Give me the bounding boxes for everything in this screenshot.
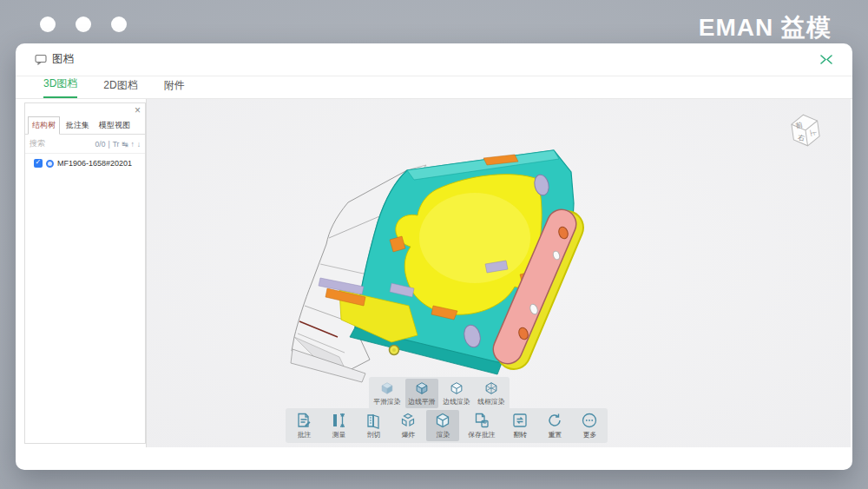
next-arrow-icon[interactable]: ↓	[137, 140, 141, 149]
explode-icon	[399, 412, 417, 429]
view-cube-right-label: 右	[797, 134, 805, 142]
model-screw-hole	[390, 346, 399, 355]
cube-wireframe-icon	[483, 380, 499, 396]
render-mode-edge[interactable]: 边线渲染	[440, 379, 473, 408]
render-icon	[434, 412, 451, 429]
section-button[interactable]: 剖切	[357, 410, 390, 441]
view-cube-top-label: 上	[808, 128, 818, 137]
dot	[111, 17, 127, 32]
more-icon	[581, 412, 598, 429]
section-icon	[365, 412, 382, 429]
viewport-3d[interactable]: 前 右 上	[146, 99, 851, 447]
reset-icon	[546, 412, 563, 429]
panel-tabs: 结构树 批注集 模型视图	[25, 103, 145, 134]
render-button[interactable]: 渲染	[426, 410, 459, 441]
panel-tab-annotation-set[interactable]: 批注集	[62, 117, 93, 134]
title-bar: 图档	[16, 43, 852, 76]
close-icon[interactable]: ×	[135, 104, 141, 116]
tab-2d-docs[interactable]: 2D图档	[103, 78, 137, 98]
whole-word-icon[interactable]: ↹	[122, 140, 128, 149]
explode-button[interactable]: 爆炸	[391, 410, 424, 441]
search-count: 0/0	[95, 140, 106, 149]
dot	[76, 17, 91, 32]
model-3d-mold-insert[interactable]	[287, 135, 617, 383]
dot	[40, 17, 56, 32]
search-input[interactable]: 搜索	[30, 138, 45, 149]
flip-button[interactable]: 翻转	[503, 410, 536, 441]
tab-3d-docs[interactable]: 3D图档	[43, 76, 77, 98]
annotate-button[interactable]: 批注	[287, 410, 320, 441]
content-area: × 结构树 批注集 模型视图 搜索 0/0 | Tr ↹ ↑ ↓	[16, 99, 852, 447]
divider: |	[108, 140, 109, 149]
search-controls: 0/0 | Tr ↹ ↑ ↓	[95, 140, 141, 149]
match-case-icon[interactable]: Tr	[113, 140, 120, 149]
panel-tab-model-views[interactable]: 模型视图	[95, 117, 134, 134]
reset-button[interactable]: 重置	[538, 410, 571, 441]
measure-button[interactable]: 测量	[322, 410, 355, 441]
measure-icon	[330, 412, 347, 429]
tree-item-label: MF1906-1658#20201	[57, 159, 132, 168]
structure-tree-panel: × 结构树 批注集 模型视图 搜索 0/0 | Tr ↹ ↑ ↓	[24, 102, 146, 444]
chat-bubble-icon	[35, 54, 47, 65]
cube-smooth-icon	[379, 380, 395, 396]
flip-icon	[511, 412, 529, 429]
brand-logo: EMAN 益模	[699, 11, 832, 44]
render-mode-smooth[interactable]: 平滑渲染	[371, 379, 404, 408]
cube-edge-smooth-icon	[414, 380, 430, 396]
render-mode-edge-smooth[interactable]: 边线平滑	[405, 379, 438, 408]
view-cube[interactable]: 前 右 上	[785, 109, 826, 151]
assembly-node-icon	[46, 160, 54, 168]
cube-edge-icon	[449, 380, 464, 396]
render-mode-wireframe[interactable]: 线框渲染	[475, 379, 508, 408]
tree-search-row: 搜索 0/0 | Tr ↹ ↑ ↓	[25, 135, 145, 154]
document-tabs: 3D图档 2D图档 附件	[16, 76, 852, 99]
prev-arrow-icon[interactable]: ↑	[131, 140, 135, 149]
tree-item-root[interactable]: MF1906-1658#20201	[25, 154, 145, 168]
checkbox-checked[interactable]	[34, 159, 43, 168]
app-window: 图档 3D图档 2D图档 附件 × 结构树 批注集 模型视图 搜索 0/	[16, 43, 852, 470]
window-dots	[40, 17, 127, 32]
annotate-icon	[295, 412, 312, 429]
tab-attachments[interactable]: 附件	[164, 78, 185, 98]
more-button[interactable]: 更多	[573, 410, 606, 441]
window-title: 图档	[52, 52, 74, 67]
save-annotation-button[interactable]: 保存批注	[461, 410, 502, 441]
panel-tab-structure-tree[interactable]: 结构树	[28, 116, 60, 135]
save-annotation-icon	[473, 412, 490, 429]
viewer-toolbar: 批注 测量 剖切	[286, 408, 608, 443]
collapse-icon[interactable]	[819, 54, 833, 65]
render-mode-bar: 平滑渲染 边线平滑 边线渲染	[369, 377, 510, 410]
